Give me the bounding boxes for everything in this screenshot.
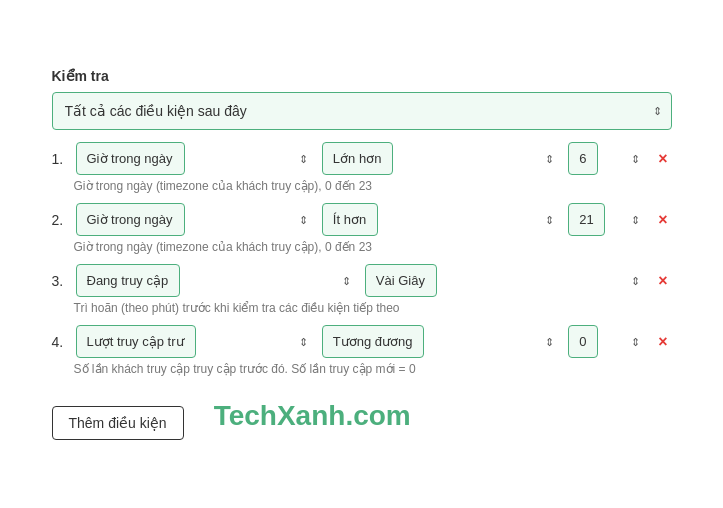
operator-wrapper-3: Vài Giây xyxy=(365,264,648,297)
main-condition-select[interactable]: Tất cả các điều kiện sau đâyBất kỳ điều … xyxy=(52,92,672,130)
hint-text-1: Giờ trong ngày (timezone của khách truy … xyxy=(74,179,672,193)
footer-row: Thêm điều kiện TechXanh.com xyxy=(52,392,672,440)
field-select-4[interactable]: Lượt truy cập trư xyxy=(76,325,196,358)
operator-select-1[interactable]: Lớn hơn xyxy=(322,142,393,175)
field-select-1[interactable]: Giờ trong ngày xyxy=(76,142,185,175)
condition-block-4: 4. Lượt truy cập trư Tương đương 0 × Số … xyxy=(52,325,672,376)
operator-select-3[interactable]: Vài Giây xyxy=(365,264,437,297)
condition-row-1: 1. Giờ trong ngày Lớn hơn 6 × xyxy=(52,142,672,175)
condition-block-3: 3. Đang truy cập Vài Giây × Trì hoãn (th… xyxy=(52,264,672,315)
delete-button-3[interactable]: × xyxy=(654,272,671,290)
main-container: Kiểm tra Tất cả các điều kiện sau đâyBất… xyxy=(32,48,692,460)
field-select-2[interactable]: Giờ trong ngày xyxy=(76,203,185,236)
delete-button-1[interactable]: × xyxy=(654,150,671,168)
row-number-3: 3. xyxy=(52,273,70,289)
condition-block-1: 1. Giờ trong ngày Lớn hơn 6 × Giờ trong … xyxy=(52,142,672,193)
condition-block-2: 2. Giờ trong ngày Ít hơn 21 × Giờ trong … xyxy=(52,203,672,254)
row-number-2: 2. xyxy=(52,212,70,228)
delete-button-4[interactable]: × xyxy=(654,333,671,351)
operator-select-2[interactable]: Ít hơn xyxy=(322,203,378,236)
operator-wrapper-4: Tương đương xyxy=(322,325,562,358)
value-select-1[interactable]: 6 xyxy=(568,142,598,175)
field-wrapper-4: Lượt truy cập trư xyxy=(76,325,316,358)
delete-button-2[interactable]: × xyxy=(654,211,671,229)
value-wrapper-2: 21 xyxy=(568,203,648,236)
row-number-4: 4. xyxy=(52,334,70,350)
section-title: Kiểm tra xyxy=(52,68,672,84)
hint-text-2: Giờ trong ngày (timezone của khách truy … xyxy=(74,240,672,254)
main-condition-wrapper: Tất cả các điều kiện sau đâyBất kỳ điều … xyxy=(52,92,672,130)
row-number-1: 1. xyxy=(52,151,70,167)
condition-row-2: 2. Giờ trong ngày Ít hơn 21 × xyxy=(52,203,672,236)
hint-text-3: Trì hoãn (theo phút) trước khi kiểm tra … xyxy=(74,301,672,315)
value-select-4[interactable]: 0 xyxy=(568,325,598,358)
field-wrapper-1: Giờ trong ngày xyxy=(76,142,316,175)
field-wrapper-2: Giờ trong ngày xyxy=(76,203,316,236)
field-select-3[interactable]: Đang truy cập xyxy=(76,264,180,297)
operator-wrapper-2: Ít hơn xyxy=(322,203,562,236)
brand-text: TechXanh.com xyxy=(214,400,411,432)
value-select-2[interactable]: 21 xyxy=(568,203,605,236)
value-wrapper-4: 0 xyxy=(568,325,648,358)
condition-row-3: 3. Đang truy cập Vài Giây × xyxy=(52,264,672,297)
add-condition-button[interactable]: Thêm điều kiện xyxy=(52,406,184,440)
condition-row-4: 4. Lượt truy cập trư Tương đương 0 × xyxy=(52,325,672,358)
operator-wrapper-1: Lớn hơn xyxy=(322,142,562,175)
operator-select-4[interactable]: Tương đương xyxy=(322,325,424,358)
field-wrapper-3: Đang truy cập xyxy=(76,264,359,297)
value-wrapper-1: 6 xyxy=(568,142,648,175)
hint-text-4: Số lần khách truy cập truy cập trước đó.… xyxy=(74,362,672,376)
